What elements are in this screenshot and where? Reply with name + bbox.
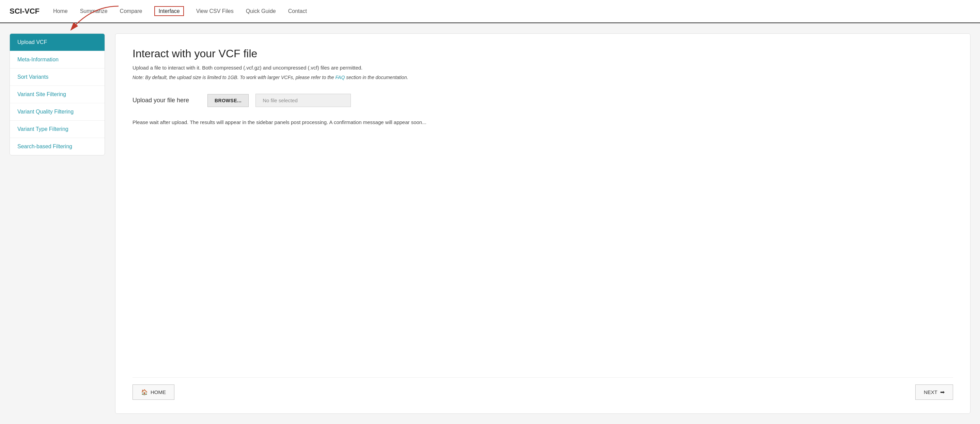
file-input-display: No file selected bbox=[256, 94, 351, 107]
navbar: SCI-VCF Home Summarize Compare Interface… bbox=[0, 0, 980, 23]
page-title: Interact with your VCF file bbox=[132, 47, 953, 60]
note-prefix: Note: By default, the upload size is lim… bbox=[132, 75, 336, 80]
faq-link[interactable]: FAQ bbox=[336, 75, 345, 80]
home-icon: 🏠 bbox=[141, 389, 148, 395]
upload-section: Upload your file here BROWSE... No file … bbox=[132, 94, 953, 107]
nav-quick-guide[interactable]: Quick Guide bbox=[246, 8, 276, 14]
main-layout: Upload VCF Meta-Information Sort Variant… bbox=[0, 23, 980, 424]
note: Note: By default, the upload size is lim… bbox=[132, 75, 953, 80]
nav-links: Home Summarize Compare Interface View CS… bbox=[53, 8, 307, 14]
sidebar-item-variant-site-filtering[interactable]: Variant Site Filtering bbox=[10, 86, 105, 103]
next-btn-label: NEXT bbox=[924, 389, 937, 395]
upload-label: Upload your file here bbox=[132, 97, 200, 104]
description: Upload a file to interact with it. Both … bbox=[132, 65, 953, 70]
note-suffix: section in the documentation. bbox=[345, 75, 408, 80]
sidebar-item-variant-quality-filtering[interactable]: Variant Quality Filtering bbox=[10, 103, 105, 121]
footer-buttons: 🏠 HOME NEXT ➡ bbox=[132, 377, 953, 400]
sidebar-item-sort-variants[interactable]: Sort Variants bbox=[10, 69, 105, 86]
sidebar: Upload VCF Meta-Information Sort Variant… bbox=[10, 33, 105, 155]
sidebar-item-search-based-filtering[interactable]: Search-based Filtering bbox=[10, 138, 105, 155]
home-button[interactable]: 🏠 HOME bbox=[132, 384, 174, 400]
nav-home[interactable]: Home bbox=[53, 8, 68, 14]
nav-compare[interactable]: Compare bbox=[120, 8, 142, 14]
nav-interface[interactable]: Interface bbox=[154, 6, 184, 16]
sidebar-item-meta-information[interactable]: Meta-Information bbox=[10, 51, 105, 69]
sidebar-item-upload-vcf[interactable]: Upload VCF bbox=[10, 34, 105, 51]
home-btn-label: HOME bbox=[151, 389, 166, 395]
wait-message: Please wait after upload. The results wi… bbox=[132, 119, 953, 125]
browse-button[interactable]: BROWSE... bbox=[207, 94, 249, 107]
nav-contact[interactable]: Contact bbox=[288, 8, 307, 14]
sidebar-item-variant-type-filtering[interactable]: Variant Type Filtering bbox=[10, 121, 105, 138]
nav-summarize[interactable]: Summarize bbox=[80, 8, 108, 14]
annotation-wrapper: Upload VCF Meta-Information Sort Variant… bbox=[10, 33, 105, 414]
main-content: Interact with your VCF file Upload a fil… bbox=[115, 33, 970, 414]
next-icon: ➡ bbox=[940, 389, 945, 395]
brand: SCI-VCF bbox=[10, 7, 40, 16]
nav-view-csv[interactable]: View CSV Files bbox=[196, 8, 234, 14]
next-button[interactable]: NEXT ➡ bbox=[915, 384, 953, 400]
